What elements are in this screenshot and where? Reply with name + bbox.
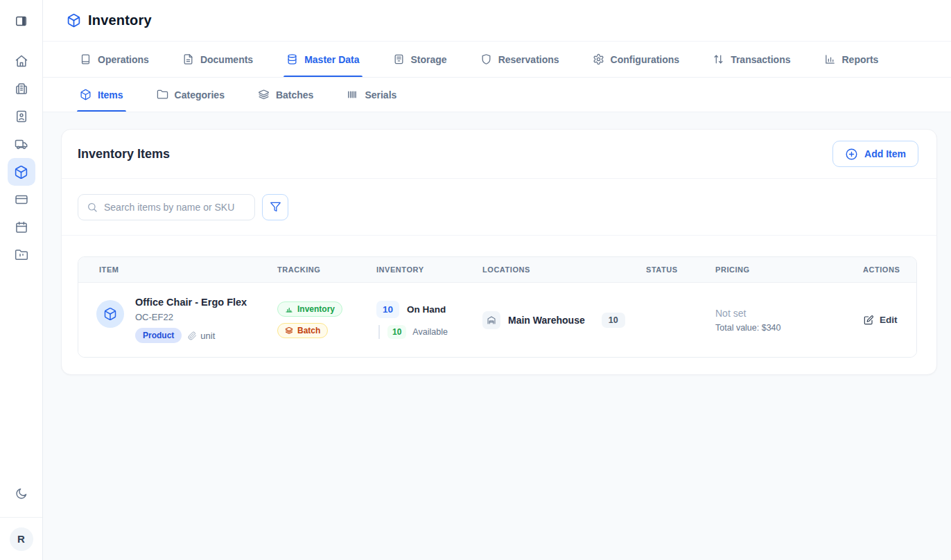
add-item-button[interactable]: Add Item [832,141,918,167]
item-avatar [96,300,124,328]
sidebar: R [0,0,43,560]
sidebar-footer: R [0,517,42,560]
inventory-items-card: Inventory Items Add Item Item Tra [61,129,937,375]
available-qty-badge: 10 [387,325,406,339]
subtab-categories[interactable]: Categories [155,78,226,112]
search-input[interactable] [104,202,246,213]
filter-button[interactable] [262,194,288,220]
table-row[interactable]: Office Chair - Ergo Flex OC-EF22 Product… [78,283,916,357]
layers-icon [285,326,293,335]
subtab-items[interactable]: Items [78,78,125,112]
location-name: Main Warehouse [508,315,585,326]
shield-icon [480,53,492,65]
sidebar-item-home[interactable] [8,47,35,75]
column-header-status: Status [646,265,715,274]
table-header-row: Item Tracking Inventory Locations Status… [78,257,916,283]
tab-reservations[interactable]: Reservations [479,42,561,77]
tab-storage[interactable]: Storage [392,42,448,77]
tracking-cell: Inventory Batch [277,301,376,338]
pricing-cell: Not set Total value: $340 [715,308,863,333]
sidebar-nav [8,42,35,269]
tab-master-data[interactable]: Master Data [285,42,360,77]
column-header-pricing: Pricing [715,265,863,274]
sidebar-header [0,0,42,42]
warehouse-icon [482,311,500,329]
fax-icon [15,82,28,96]
item-name[interactable]: Office Chair - Ergo Flex [135,297,247,308]
funnel-icon [270,201,281,213]
bar-chart-icon [824,53,836,65]
inventory-cell: 10 On Hand 10 Available [376,301,482,339]
sidebar-item-contacts[interactable] [8,103,35,130]
database-icon [286,53,298,65]
tab-transactions[interactable]: Transactions [711,42,792,77]
tab-reports[interactable]: Reports [823,42,880,77]
on-hand-qty-badge: 10 [376,301,399,318]
sidebar-item-fax[interactable] [8,75,35,103]
column-header-tracking: Tracking [277,265,376,274]
row-menu-button[interactable] [910,312,918,329]
credit-card-icon [15,193,28,207]
on-hand-row: 10 On Hand [376,301,482,318]
search-icon [87,202,98,213]
subtab-batches[interactable]: Batches [256,78,315,112]
pricing-primary: Not set [715,308,863,319]
locations-cell: Main Warehouse 10 [482,311,646,329]
content-area: Inventory Items Add Item Item Tra [43,112,951,560]
page-title: Inventory [88,12,152,28]
user-avatar[interactable]: R [10,527,33,551]
main-tabbar: Operations Documents Master Data Storage… [43,42,951,78]
file-text-icon [182,53,194,65]
sidebar-item-projects[interactable] [8,241,35,269]
column-header-item: Item [78,265,277,274]
card-header: Inventory Items Add Item [62,130,936,179]
plus-circle-icon [845,148,858,161]
truck-icon [15,137,28,151]
pricing-total-value: Total value: $340 [715,323,863,333]
card-title: Inventory Items [78,147,170,161]
barcode-icon [347,89,358,100]
sidebar-toggle-button[interactable] [9,8,34,33]
item-cell: Office Chair - Ergo Flex OC-EF22 Product… [78,297,277,343]
moon-icon [15,487,28,500]
card-toolbar [62,179,936,236]
archive-icon [393,53,405,65]
product-type-badge: Product [135,328,182,343]
folder-kanban-icon [15,248,28,262]
sidebar-item-inventory[interactable] [8,158,35,186]
item-sku: OC-EF22 [135,312,247,322]
location-qty-badge: 10 [602,313,625,328]
home-icon [15,54,28,68]
sidebar-item-deliveries[interactable] [8,130,35,158]
tracking-badge-batch: Batch [277,323,328,338]
contact-card-icon [15,110,28,123]
column-header-locations: Locations [482,265,646,274]
on-hand-label: On Hand [407,304,446,315]
edit-button[interactable]: Edit [863,315,898,326]
sidebar-item-calendar[interactable] [8,213,35,241]
actions-cell: Edit [863,312,917,329]
inventory-logo-icon [67,13,81,28]
column-header-inventory: Inventory [376,265,482,274]
paperclip-icon [188,331,197,340]
kebab-menu-icon [913,313,918,326]
folder-icon [157,89,168,100]
tab-documents[interactable]: Documents [181,42,254,77]
items-table: Item Tracking Inventory Locations Status… [78,256,917,358]
item-info: Office Chair - Ergo Flex OC-EF22 Product… [135,297,247,343]
search-box [78,194,255,220]
sidebar-item-billing[interactable] [8,186,35,213]
subtab-serials[interactable]: Serials [345,78,398,112]
tracking-badge-inventory: Inventory [277,301,342,317]
panel-toggle-icon [15,15,28,28]
book-icon [80,53,91,65]
tab-configurations[interactable]: Configurations [591,42,681,77]
mini-bar-chart-icon [285,305,293,313]
available-row: 10 Available [378,325,482,339]
dark-mode-toggle[interactable] [8,480,35,507]
package-icon [14,165,28,180]
unit-of-measure: unit [188,331,215,341]
package-icon [80,89,91,100]
tab-operations[interactable]: Operations [78,42,150,77]
sub-tabbar: Items Categories Batches Serials [43,78,951,112]
